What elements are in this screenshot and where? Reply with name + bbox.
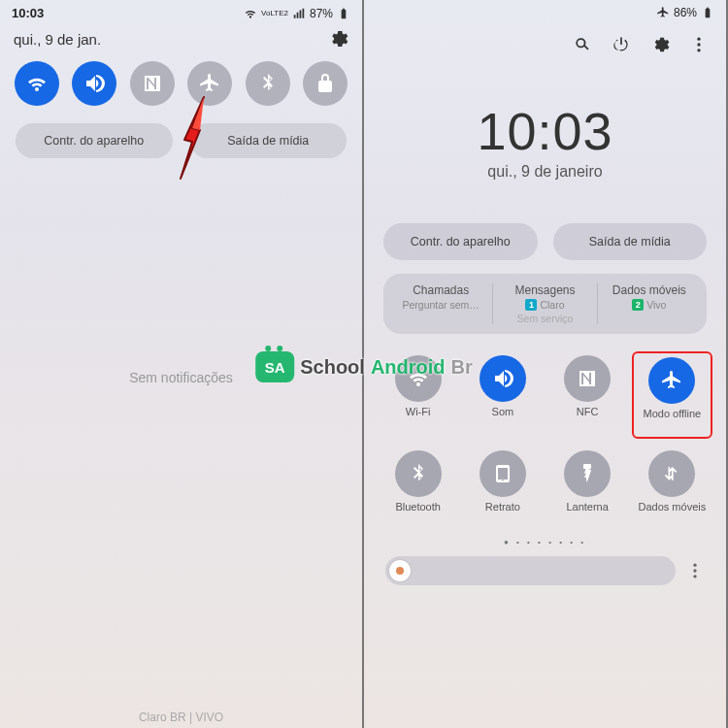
svg-rect-9 (706, 9, 711, 17)
brightness-more-icon[interactable] (685, 561, 705, 580)
sim-calls[interactable]: Chamadas Perguntar sem… (389, 283, 493, 324)
battery-icon (701, 6, 714, 19)
airplane-tile[interactable]: Modo offline (632, 351, 712, 439)
power-icon[interactable] (612, 35, 631, 54)
sim1-badge: 1 (525, 299, 537, 311)
nfc-icon (576, 367, 599, 390)
media-output-button[interactable]: Saída de mídia (553, 223, 708, 260)
device-control-button[interactable]: Contr. do aparelho (383, 223, 538, 260)
oval-row: Contr. do aparelho Saída de mídia (0, 116, 362, 166)
status-right: VoLTE2 87% (244, 7, 350, 20)
cell-signal-icon (292, 7, 306, 20)
nfc-tile[interactable]: NFC (547, 351, 628, 439)
nfc-icon (141, 72, 164, 95)
airplane-icon (198, 72, 221, 95)
sound-tile[interactable]: Som (462, 351, 543, 439)
airplane-status-icon (656, 6, 670, 19)
shade-date: qui., 9 de jan. (14, 31, 101, 48)
sim2-badge: 2 (632, 299, 644, 311)
quick-toggle-row (0, 59, 362, 116)
volte-label: VoLTE2 (261, 9, 288, 17)
airplane-toggle[interactable] (187, 61, 232, 106)
search-icon[interactable] (573, 35, 592, 54)
portrait-tile[interactable]: Retrato (462, 447, 543, 530)
device-control-button[interactable]: Contr. do aparelho (16, 123, 173, 158)
brightness-row (364, 546, 726, 589)
bluetooth-tile[interactable]: Bluetooth (378, 447, 458, 530)
wifi-icon (25, 72, 49, 95)
battery-icon (337, 7, 350, 20)
brightness-thumb[interactable] (389, 560, 411, 581)
panel-action-icons (364, 21, 726, 54)
wifi-signal-icon (244, 7, 257, 20)
bluetooth-icon (407, 462, 430, 485)
portrait-icon (491, 462, 514, 485)
panel-date: qui., 9 de janeiro (364, 163, 726, 181)
battery-text: 87% (310, 7, 333, 20)
lock-icon (314, 72, 337, 95)
mobile-data-tile[interactable]: Dados móveis (632, 447, 712, 530)
settings-icon[interactable] (327, 28, 348, 50)
page-indicator: ● • • • • • • • (364, 538, 726, 546)
airplane-icon (660, 369, 683, 392)
sound-icon (83, 72, 106, 95)
shade-header: qui., 9 de jan. (0, 22, 362, 59)
bluetooth-icon (256, 72, 280, 95)
watermark-badge: SA (255, 351, 294, 382)
watermark: SA School Android Br (255, 351, 473, 382)
nfc-toggle[interactable] (130, 61, 175, 106)
sound-toggle[interactable] (72, 61, 116, 106)
panel-clock: 10:03 (364, 101, 726, 161)
svg-rect-10 (707, 8, 709, 9)
svg-rect-8 (343, 8, 345, 9)
sim-messages[interactable]: Mensagens 1Claro Sem serviço (493, 283, 597, 324)
battery-text: 86% (674, 6, 697, 19)
sound-icon (491, 367, 514, 390)
status-time: 10:03 (12, 6, 44, 20)
data-icon (660, 462, 683, 485)
bluetooth-toggle[interactable] (246, 61, 290, 106)
sim-card-panel[interactable]: Chamadas Perguntar sem… Mensagens 1Claro… (383, 274, 707, 334)
flashlight-tile[interactable]: Lanterna (547, 447, 628, 530)
media-output-button[interactable]: Saída de mídia (190, 123, 347, 158)
wifi-toggle[interactable] (15, 61, 59, 106)
more-icon[interactable] (689, 35, 709, 54)
flashlight-icon (576, 462, 599, 485)
status-right: 86% (656, 6, 714, 19)
lock-toggle[interactable] (303, 61, 347, 106)
status-bar: 86% (364, 0, 726, 21)
status-bar: 10:03 VoLTE2 87% (0, 0, 362, 22)
settings-icon[interactable] (650, 35, 670, 54)
brightness-slider[interactable] (385, 556, 676, 585)
carrier-footer: Claro BR | VIVO (0, 711, 362, 724)
oval-row: Contr. do aparelho Saída de mídia (364, 181, 726, 272)
svg-rect-7 (342, 9, 347, 17)
sim-data[interactable]: Dados móveis 2Vivo (598, 283, 701, 324)
